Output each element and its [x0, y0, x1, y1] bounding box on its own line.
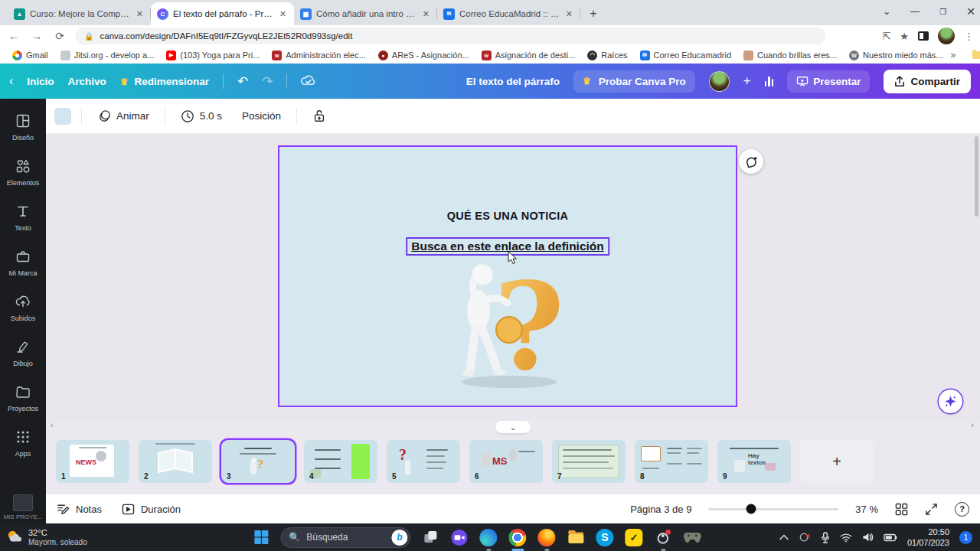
obs-taskbar-button[interactable]: [653, 528, 672, 547]
page-thumbnail-5[interactable]: ?5: [387, 440, 460, 483]
page-thumbnail-7[interactable]: 7: [552, 440, 626, 483]
sidebar-item-proyectos[interactable]: Proyectos: [2, 377, 44, 420]
design-title[interactable]: El texto del párrafo: [466, 76, 560, 87]
notification-badge[interactable]: 1: [959, 531, 972, 544]
sidebar-item-texto[interactable]: Texto: [2, 197, 44, 240]
bookmark-item[interactable]: w Asignación de desti...: [477, 49, 580, 62]
bookmark-item[interactable]: W Nuestro miedo más...: [844, 49, 948, 62]
page-thumbnail-2[interactable]: 2: [139, 440, 212, 483]
grid-view-icon[interactable]: [895, 503, 908, 516]
back-icon[interactable]: ←: [6, 30, 21, 42]
slide-title[interactable]: QUÉ ES UNA NOTICIA: [279, 210, 736, 222]
duration-panel-button[interactable]: Duración: [122, 504, 181, 515]
clipchamp-taskbar-button[interactable]: [449, 528, 469, 547]
browser-tab[interactable]: C El texto del párrafo - Presentació ✕: [151, 2, 294, 25]
check-app-taskbar-button[interactable]: ✓: [624, 528, 643, 547]
slide-page[interactable]: QUÉ ES UNA NOTICIA Busca en este enlace …: [278, 145, 737, 407]
bookmarks-overflow-icon[interactable]: »: [951, 50, 956, 60]
volume-icon[interactable]: [862, 532, 874, 543]
tray-chevron-icon[interactable]: [779, 534, 789, 540]
bookmark-item[interactable]: Cuando brillas eres...: [739, 49, 841, 62]
question-figure-image[interactable]: ?: [439, 256, 577, 393]
browser-tab[interactable]: ▲ Curso: Mejore la Competencia D ✕: [8, 2, 151, 25]
background-color-swatch[interactable]: [55, 109, 70, 124]
bookmark-item[interactable]: Jitsi.org - develop a...: [56, 49, 159, 62]
edge-taskbar-button[interactable]: [479, 528, 498, 547]
task-view-taskbar-button[interactable]: [420, 528, 439, 547]
search-input[interactable]: 🔍Búsquedab: [280, 527, 410, 548]
chrome-taskbar-button[interactable]: [508, 528, 527, 547]
page-thumbnail-3[interactable]: ?3: [221, 440, 295, 483]
tab-close-icon[interactable]: ✕: [278, 9, 288, 19]
firefox-taskbar-button[interactable]: [537, 528, 556, 547]
url-field[interactable]: 🔒 canva.com/design/DAFnI5Eq9tI/FZGyvqLE2…: [75, 28, 825, 44]
sidebar-item-dibujo[interactable]: Dibujo: [2, 332, 44, 375]
close-icon[interactable]: ✕: [966, 5, 975, 18]
insights-icon[interactable]: [765, 76, 774, 86]
sidebar-projects-shortcut[interactable]: MIS PROYE...: [3, 494, 42, 520]
tab-close-icon[interactable]: ✕: [421, 9, 431, 19]
tab-close-icon[interactable]: ✕: [135, 9, 145, 19]
bookmark-item[interactable]: Gmail: [8, 49, 53, 62]
sidebar-item-apps[interactable]: Apps: [2, 422, 44, 465]
share-button[interactable]: Compartir: [884, 70, 971, 93]
minimize-icon[interactable]: —: [910, 6, 920, 17]
sidebar-item-elementos[interactable]: Elementos: [2, 152, 44, 194]
browser-tab[interactable]: ✉ Correo EducaMadrid :: Mediateca ✕: [437, 2, 580, 25]
start-taskbar-button[interactable]: [251, 528, 270, 547]
lock-button[interactable]: [308, 106, 331, 126]
page-thumbnail-1[interactable]: NEWS1: [56, 440, 129, 483]
sidebar-item-subidos[interactable]: Subidos: [2, 287, 44, 330]
tab-close-icon[interactable]: ✕: [564, 9, 574, 19]
redo-icon[interactable]: ↷: [262, 73, 273, 90]
other-bookmarks[interactable]: Other bookmarks: [968, 49, 980, 61]
add-comment-button[interactable]: [739, 149, 763, 174]
scroll-right-icon[interactable]: ›: [972, 421, 974, 429]
menu-archivo[interactable]: Archivo: [68, 76, 106, 87]
new-tab-button[interactable]: +: [583, 4, 603, 24]
bookmark-item[interactable]: ✉ Correo Educamadrid: [635, 49, 737, 62]
add-page-button[interactable]: +: [800, 440, 874, 483]
duration-button[interactable]: 5.0 s: [176, 106, 227, 126]
share-page-icon[interactable]: ⇱: [882, 31, 890, 42]
wifi-icon[interactable]: [840, 533, 852, 543]
page-thumbnail-9[interactable]: Haytextos9: [717, 440, 791, 483]
bookmark-item[interactable]: ◠ Raíces: [583, 49, 632, 62]
battery-icon[interactable]: [884, 533, 897, 542]
device-muted-icon[interactable]: [799, 532, 811, 543]
zoom-level[interactable]: 37 %: [855, 504, 878, 515]
taskbar-clock[interactable]: 20:50 01/07/2023: [907, 527, 949, 549]
reload-icon[interactable]: ⟳: [52, 30, 67, 42]
sidebar-item-diseño[interactable]: Diseño: [2, 106, 44, 149]
forward-icon[interactable]: →: [29, 30, 44, 42]
help-button[interactable]: ?: [955, 502, 969, 517]
page-thumbnail-8[interactable]: 8: [635, 440, 708, 483]
collapse-filmstrip-button[interactable]: ⌄: [495, 421, 531, 433]
tab-search-icon[interactable]: ⌄: [883, 6, 890, 17]
maximize-icon[interactable]: ❐: [939, 8, 946, 16]
resize-button[interactable]: ♛ Redimensionar: [120, 76, 209, 87]
page-thumbnail-4[interactable]: 4: [304, 440, 377, 483]
skype-taskbar-button[interactable]: S: [595, 528, 614, 547]
microphone-icon[interactable]: [821, 532, 830, 543]
undo-icon[interactable]: ↶: [237, 73, 248, 90]
weather-widget[interactable]: 32°C Mayorm. soleado: [0, 528, 199, 547]
side-panel-icon[interactable]: [918, 31, 929, 41]
fullscreen-icon[interactable]: [925, 503, 938, 516]
page-thumbnail-6[interactable]: MS6: [469, 440, 543, 483]
browser-tab[interactable]: ▦ Cómo añadir una intro y outro a ✕: [294, 2, 437, 25]
animate-button[interactable]: Animar: [93, 106, 154, 126]
menu-inicio[interactable]: Inicio: [27, 76, 54, 87]
zoom-slider-knob[interactable]: [746, 504, 756, 514]
canva-assistant-button[interactable]: [939, 390, 962, 413]
notes-button[interactable]: Notas: [57, 503, 102, 515]
position-button[interactable]: Posición: [237, 107, 286, 125]
menu-dots-icon[interactable]: ⋮: [964, 31, 974, 42]
back-home-icon[interactable]: ‹: [9, 74, 13, 88]
bookmark-item[interactable]: w Administración elec...: [267, 49, 371, 62]
bookmark-star-icon[interactable]: ★: [900, 31, 909, 42]
bookmark-item[interactable]: ● AReS - Asignación...: [374, 49, 474, 62]
vertical-scrollbar[interactable]: [975, 136, 978, 217]
bookmark-item[interactable]: ▶ (103) Yoga para Pri...: [162, 49, 264, 62]
sidebar-item-mi-marca[interactable]: Mi Marca: [2, 242, 44, 285]
